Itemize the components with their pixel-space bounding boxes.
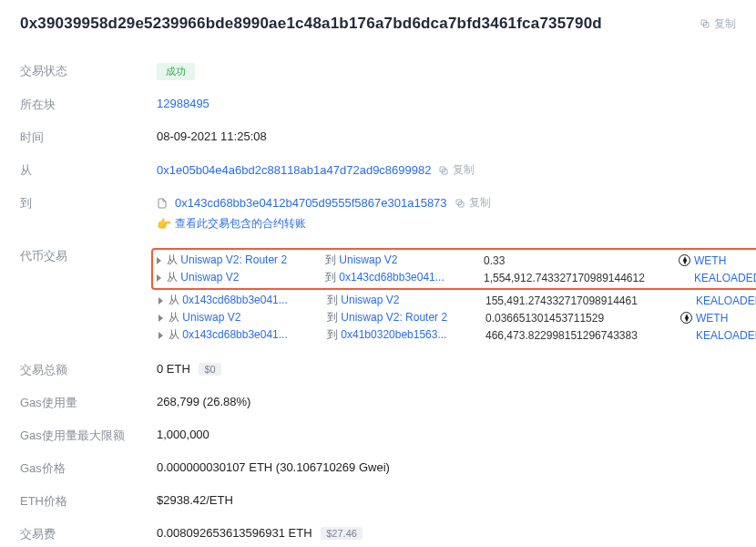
token-amount: 155,491.274332717098914461: [485, 294, 675, 307]
copy-label: 复制: [714, 16, 736, 32]
label-to: 到: [20, 195, 157, 212]
token-symbol-link[interactable]: WETH: [696, 312, 728, 325]
transaction-hash: 0x39039958d29e5239966bde8990ae1c48a1b176…: [20, 15, 602, 33]
token-amount: 1,554,912.743327170989144612: [484, 272, 673, 284]
copy-label: 复制: [453, 162, 475, 178]
contract-icon: [157, 197, 168, 210]
token-amount: 466,473.822998151296743383: [485, 329, 675, 342]
time-value: 08-09-2021 11:25:08: [157, 129, 736, 143]
copy-from-button[interactable]: 复制: [438, 162, 475, 178]
seg-from: 从: [167, 253, 180, 266]
seg-to: 到: [325, 271, 339, 284]
token-tx-row: 从 Uniswap V2到 Uniswap V2: Router 20.0366…: [158, 309, 756, 326]
gas-price-value: 0.000000030107 ETH (30.106710269 Gwei): [157, 460, 736, 474]
token-icon-placeholder: [679, 272, 690, 284]
token-to-link[interactable]: Uniswap V2: Router 2: [341, 311, 447, 324]
copy-icon: [700, 18, 710, 29]
to-address-link[interactable]: 0x143cd68bb3e0412b4705d9555f5867e301a158…: [175, 196, 447, 210]
seg-from: 从: [169, 294, 182, 306]
token-tx-row: 从 0x143cd68bb3e041...到 Uniswap V2155,491…: [158, 292, 756, 309]
fee-eth: 0.008092653613596931 ETH: [157, 526, 312, 540]
token-symbol-link[interactable]: KEALOADED: [696, 294, 756, 307]
label-fee: 交易费: [20, 526, 157, 542]
label-status: 交易状态: [20, 63, 157, 79]
token-tx-row: 从 Uniswap V2到 0x143cd68bb3e041...1,554,9…: [157, 269, 756, 286]
copy-hash-button[interactable]: 复制: [700, 16, 736, 32]
seg-from: 从: [167, 271, 180, 284]
label-token-tx: 代币交易: [20, 248, 157, 264]
token-from-link[interactable]: 0x143cd68bb3e041...: [182, 328, 287, 341]
copy-to-button[interactable]: 复制: [455, 195, 491, 211]
expand-caret-icon[interactable]: [157, 274, 161, 282]
token-from-link[interactable]: Uniswap V2: [182, 311, 240, 324]
gas-limit-value: 1,000,000: [157, 428, 736, 441]
token-symbol-link[interactable]: WETH: [694, 254, 726, 267]
token-tx-list: 从 Uniswap V2: Router 2到 Uniswap V20.33⧫W…: [157, 248, 756, 346]
expand-caret-icon[interactable]: [158, 332, 163, 339]
expand-caret-icon[interactable]: [157, 257, 161, 264]
copy-label: 复制: [469, 195, 491, 211]
gas-used-value: 268,799 (26.88%): [157, 395, 736, 408]
block-number-link[interactable]: 12988495: [157, 97, 736, 110]
eth-price-value: $2938.42/ETH: [157, 493, 736, 507]
label-gas-used: Gas使用量: [20, 395, 157, 411]
seg-to: 到: [327, 294, 341, 306]
copy-icon: [438, 165, 449, 176]
view-internal-tx-link[interactable]: 👉 查看此交易包含的合约转账: [157, 216, 736, 232]
label-from: 从: [20, 162, 157, 179]
token-icon-placeholder: [680, 329, 692, 341]
weth-token-icon: ⧫: [680, 312, 692, 324]
token-to-link[interactable]: Uniswap V2: [341, 294, 399, 306]
token-amount: 0.036651301453711529: [485, 312, 675, 325]
expand-caret-icon[interactable]: [158, 297, 163, 304]
token-from-link[interactable]: 0x143cd68bb3e041...: [182, 294, 287, 306]
copy-icon: [455, 198, 465, 209]
label-block: 所在块: [20, 97, 157, 113]
from-address-link[interactable]: 0x1e05b04e4a6bd2c88118ab1a47d72ad9c86999…: [157, 163, 431, 177]
fee-usd: $27.46: [321, 527, 363, 540]
hint-text: 查看此交易包含的合约转账: [175, 216, 306, 232]
seg-from: 从: [169, 311, 182, 324]
status-badge: 成功: [157, 63, 195, 80]
label-total: 交易总额: [20, 362, 157, 378]
seg-to: 到: [327, 328, 341, 341]
token-to-link[interactable]: 0x143cd68bb3e041...: [339, 271, 444, 284]
token-to-link[interactable]: 0x41b0320beb1563...: [341, 328, 446, 341]
pointer-icon: 👉: [157, 217, 171, 231]
token-tx-row: 从 0x143cd68bb3e041...到 0x41b0320beb1563.…: [158, 326, 756, 344]
token-from-link[interactable]: Uniswap V2: Router 2: [180, 253, 287, 266]
token-symbol-link[interactable]: KEALOADED: [694, 272, 756, 284]
total-eth: 0 ETH: [157, 362, 190, 376]
total-usd: $0: [199, 363, 220, 376]
label-gas-limit: Gas使用量最大限额: [20, 428, 157, 444]
label-eth-price: ETH价格: [20, 493, 157, 510]
token-to-link[interactable]: Uniswap V2: [339, 253, 397, 266]
token-from-link[interactable]: Uniswap V2: [180, 271, 239, 284]
seg-to: 到: [327, 311, 341, 324]
seg-to: 到: [325, 253, 339, 266]
token-icon-placeholder: [680, 294, 692, 306]
seg-from: 从: [169, 328, 182, 341]
label-gas-price: Gas价格: [20, 460, 157, 477]
weth-token-icon: ⧫: [679, 254, 690, 266]
token-amount: 0.33: [484, 254, 673, 267]
token-symbol-link[interactable]: KEALOADED: [696, 329, 756, 342]
token-tx-row: 从 Uniswap V2: Router 2到 Uniswap V20.33⧫W…: [157, 252, 756, 269]
label-time: 时间: [20, 129, 157, 146]
expand-caret-icon[interactable]: [158, 315, 163, 322]
